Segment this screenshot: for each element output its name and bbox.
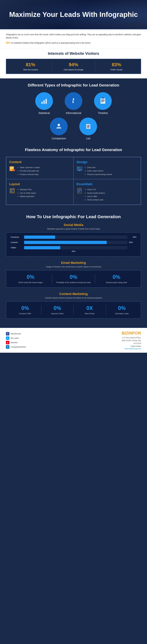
- twitter-icon: t: [6, 336, 10, 340]
- svg-rect-1: [42, 102, 43, 104]
- anatomy-cell-layout: Layout Maintain Flow Use of white space …: [6, 179, 74, 205]
- bar-twitter-fill: [24, 246, 60, 249]
- type-circle-comparison: [50, 118, 68, 135]
- type-circle-informational: [65, 92, 82, 110]
- anatomy-essentials-title: Essentials: [77, 182, 138, 186]
- type-statistical: Statistical: [32, 92, 56, 115]
- svg-rect-52: [78, 192, 80, 192]
- svg-rect-23: [88, 126, 90, 126]
- interest-label-1: Skim the Content: [9, 68, 52, 71]
- anatomy-cell-content: Content State customer's needs Pr: [6, 157, 74, 179]
- svg-rect-13: [102, 98, 103, 99]
- svg-rect-12: [101, 102, 103, 102]
- anatomy-content-icon: [9, 166, 15, 173]
- footer-address: 111 Town Square Place, Suite #1203, Jers…: [121, 336, 141, 348]
- footer-twitter-url: /biz_infor/: [11, 337, 19, 339]
- email-stat-2-value: 0%: [54, 274, 93, 280]
- content-stats-box: 0% Increase Traffic 0% Improves Clicks 0…: [6, 301, 141, 319]
- content-stat-4-value: 0%: [107, 305, 136, 311]
- footer-logo-part1: BIZIN: [122, 331, 132, 335]
- content-marketing-title: Content Marketing: [6, 292, 141, 296]
- email-stat-divider-2: [95, 274, 95, 284]
- footer-social: f /bizinforusa/ t /biz_infor/ p /bizinfo…: [6, 332, 26, 349]
- svg-rect-14: [103, 98, 104, 99]
- type-label-comparison: Comparison: [47, 137, 71, 140]
- interests-title: Interests of Website Visitors: [6, 51, 141, 56]
- anatomy-layout-body: Maintain Flow Use of white space Mobile …: [9, 188, 70, 198]
- social-media-subtitle: Marketers generate a good number of lead…: [6, 228, 141, 230]
- intro-section: Infographics are so much more than the v…: [0, 29, 147, 48]
- anatomy-grid: Content State customer's needs Pr: [6, 157, 141, 205]
- email-stats-box: 0% Prefer email with visual images 0% Po…: [6, 270, 141, 288]
- content-stat-3-value: 0X: [75, 305, 104, 311]
- social-media-chart: Facebook 30% LinkedIn 80% Twitter 35%: [6, 232, 141, 256]
- interest-item-2: 94% Click Based On Design: [52, 62, 95, 71]
- type-label-list: List: [76, 137, 100, 140]
- svg-rect-25: [88, 127, 90, 127]
- svg-rect-19: [86, 124, 90, 129]
- bar-twitter-row: Twitter 35%: [11, 246, 136, 252]
- anatomy-section: Flawless Anatomy of Infographic for Lead…: [0, 144, 147, 210]
- content-stat-2-value: 0%: [43, 305, 72, 311]
- type-timeline: Timeline: [91, 92, 115, 115]
- anatomy-content-list: State customer's needs Provide actionabl…: [18, 166, 40, 176]
- anatomy-cell-essentials: Essentials Clear CTA Social media: [74, 179, 141, 205]
- svg-rect-21: [88, 125, 90, 126]
- interest-pct-2: 94%: [52, 62, 95, 68]
- svg-rect-51: [78, 191, 80, 192]
- svg-rect-22: [87, 126, 88, 126]
- svg-rect-29: [10, 167, 13, 168]
- footer-facebook[interactable]: f /bizinforusa/: [6, 332, 26, 336]
- anatomy-design-body: Clear font Color match theme Pictures re…: [77, 166, 138, 176]
- interests-section: Interests of Website Visitors 81% Skim t…: [0, 48, 147, 78]
- anatomy-layout-icon: [9, 188, 15, 195]
- anatomy-design-title: Design: [77, 160, 138, 164]
- svg-rect-48: [78, 189, 81, 190]
- types-row-2: Comparison: [6, 118, 141, 140]
- anatomy-content-body: State customer's needs Provide actionabl…: [9, 166, 70, 176]
- bar-linkedin-label: LinkedIn: [11, 241, 22, 244]
- svg-rect-49: [78, 190, 81, 190]
- footer-pinterest[interactable]: p /bizinfor/: [6, 341, 26, 344]
- svg-rect-6: [73, 100, 74, 103]
- howto-title: How To Use Infographic For Lead Generati…: [6, 214, 141, 220]
- interest-item-1: 81% Skim the Content: [9, 62, 52, 71]
- email-marketing-subtitle: Usage of visuals in the email have a dra…: [6, 266, 141, 268]
- bar-twitter-center-value: 35%: [11, 250, 136, 252]
- footer-twitter[interactable]: t /biz_infor/: [6, 336, 26, 340]
- types-row-1: Statistical Informational: [6, 92, 141, 115]
- header-title: Maximize Your Leads With Infographic: [9, 10, 138, 19]
- footer-linkedin[interactable]: in /company/bizinfor/: [6, 345, 26, 349]
- content-stat-divider-3: [106, 305, 106, 315]
- bar-facebook-value: 30%: [129, 236, 136, 238]
- content-stat-1: 0% Increase Traffic: [11, 305, 40, 315]
- anatomy-design-icon: [77, 166, 82, 173]
- anatomy-title: Flawless Anatomy of Infographic for Lead…: [6, 148, 141, 152]
- svg-rect-11: [101, 100, 105, 101]
- interests-box: 81% Skim the Content 94% Click Based On …: [6, 59, 141, 74]
- anatomy-layout-list: Maintain Flow Use of white space Mobile …: [18, 188, 36, 198]
- interest-item-3: 83% Prefer Visuals: [95, 62, 138, 71]
- anatomy-essentials-list: Clear CTA Social media buttons Link to o…: [85, 188, 105, 202]
- type-circle-timeline: [94, 92, 112, 110]
- type-informational: Informational: [62, 92, 85, 115]
- header-section: Maximize Your Leads With Infographic: [0, 0, 147, 29]
- svg-rect-24: [87, 127, 88, 127]
- anatomy-design-list: Clear font Color match theme Pictures re…: [85, 166, 112, 176]
- content-marketing-subtitle: Colorful visual content increases the de…: [6, 297, 141, 299]
- content-stat-1-label: Increase Traffic: [11, 312, 40, 315]
- svg-rect-10: [101, 100, 105, 100]
- types-grid: Statistical Informational: [6, 92, 141, 140]
- footer-company: BIZINFOR 111 Town Square Place, Suite #1…: [121, 331, 141, 350]
- type-label-timeline: Timeline: [91, 112, 115, 115]
- footer-logo-part2: FOR: [132, 331, 141, 335]
- svg-rect-44: [11, 190, 12, 192]
- pinterest-icon: p: [6, 341, 10, 344]
- type-label-informational: Informational: [62, 112, 85, 115]
- email-stat-1-value: 0%: [11, 274, 50, 280]
- anatomy-layout-title: Layout: [9, 182, 70, 186]
- type-comparison: Comparison: [47, 118, 71, 140]
- footer-website[interactable]: www.bizinforusa.com: [121, 348, 141, 350]
- anatomy-essentials-icon: [77, 188, 82, 195]
- content-stat-2: 0% Improves Clicks: [43, 305, 72, 315]
